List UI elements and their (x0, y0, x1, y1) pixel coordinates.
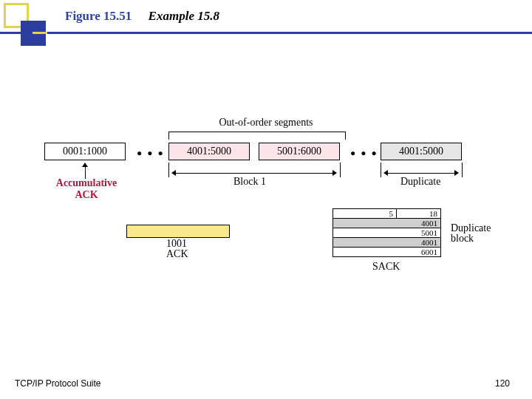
accum-arrow (85, 164, 86, 179)
accum-label: Accumulative ACK (53, 177, 120, 201)
sack-row: 6001 (333, 248, 441, 257)
sack-header-row: 5 18 (333, 209, 441, 219)
accum-line2: ACK (75, 189, 98, 200)
sack-hdr-left: 5 (333, 209, 397, 219)
ooo-bracket (168, 132, 346, 139)
diagram: Out-of-order segments 0001:1000 ● ● ● 40… (0, 103, 532, 325)
segment-4: 4001:5000 (381, 143, 462, 160)
sack-label: SACK (372, 261, 400, 273)
duplicate-label: Duplicate (400, 176, 440, 188)
block1-span (173, 173, 335, 174)
dots-1: ● ● ● (137, 148, 165, 159)
sack-row: 4001 (333, 219, 441, 228)
sack-row: 4001 (333, 238, 441, 248)
sack-table: 5 18 4001 5001 4001 6001 (332, 208, 441, 257)
accum-line1: Accumulative (56, 177, 117, 188)
segment-1: 0001:1000 (44, 143, 126, 160)
ooo-label: Out-of-order segments (207, 117, 325, 129)
dup-span (385, 173, 457, 174)
footer-left: TCP/IP Protocol Suite (15, 378, 101, 389)
ack-box (126, 225, 230, 238)
header-rule (0, 32, 532, 34)
segment-3: 5001:6000 (259, 143, 340, 160)
sack-hdr-right: 18 (397, 209, 441, 219)
dup-block-label: Duplicate block (451, 223, 502, 244)
block1-label: Block 1 (233, 176, 266, 188)
dup-tick-l (381, 163, 381, 177)
dots-2: ● ● ● (350, 148, 378, 159)
sack-row: 5001 (333, 228, 441, 238)
block1-tick-r (340, 163, 341, 177)
segment-2: 4001:5000 (168, 143, 250, 160)
example-label: Example 15.8 (149, 9, 219, 23)
block1-tick-l (168, 163, 169, 177)
page-number: 120 (495, 378, 510, 389)
dup-tick-r (462, 163, 463, 177)
slide-title: Figure 15.51 Example 15.8 (65, 9, 219, 24)
ack-label: ACK (166, 248, 188, 260)
header-rule-accent (33, 32, 47, 34)
figure-label: Figure 15.51 (65, 9, 132, 23)
